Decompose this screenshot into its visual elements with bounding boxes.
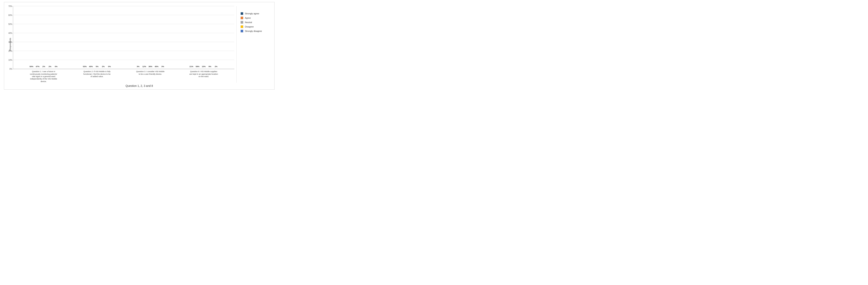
legend-swatch <box>241 30 243 32</box>
bars-container: 50%47%2%2%0%53%40%5%2%0%3%12%36%45%3%21%… <box>13 6 235 69</box>
bar-value-label: 59% <box>195 65 199 67</box>
y-tick-label: 10% <box>6 59 12 61</box>
legend-item: Neutral <box>241 21 268 24</box>
x-labels: Question 1: I see a future in continuous… <box>13 70 235 83</box>
chart-container: Respondents 0%10%20%30%40%50%60%70%50%47… <box>4 2 275 90</box>
legend-label: Strongly disagree <box>245 30 262 32</box>
x-axis-label: Question 8: ViSi Mobile supplies are kep… <box>177 70 230 83</box>
plot-area: 0%10%20%30%40%50%60%70%50%47%2%2%0%53%40… <box>13 6 235 69</box>
bar-value-label: 53% <box>83 65 87 67</box>
bar-value-label: 9% <box>209 65 211 67</box>
bar-value-label: 21% <box>189 65 193 67</box>
bar-value-label: 36% <box>148 65 152 67</box>
chart-title: Question 1, 2, 3 and 8 <box>8 83 270 87</box>
legend-label: Disagree <box>245 26 254 28</box>
chart-with-yaxis: Respondents 0%10%20%30%40%50%60%70%50%47… <box>8 6 235 83</box>
bar-value-label: 0% <box>55 65 58 67</box>
y-tick-label: 50% <box>6 23 12 25</box>
bar-value-label: 3% <box>161 65 164 67</box>
legend-swatch <box>241 12 243 15</box>
y-tick-label: 60% <box>6 14 12 16</box>
legend: Strongly agreeAgreeNeutralDisagreeStrong… <box>239 6 270 83</box>
legend-label: Agree <box>245 17 251 19</box>
x-axis-label: Question 1: I see a future in continuous… <box>17 70 70 83</box>
bar-value-label: 3% <box>137 65 140 67</box>
bar-value-label: 47% <box>36 65 39 67</box>
bar-value-label: 50% <box>29 65 33 67</box>
chart-area: Respondents 0%10%20%30%40%50%60%70%50%47… <box>8 6 270 83</box>
legend-item: Disagree <box>241 25 268 28</box>
legend-label: Strongly agree <box>245 12 259 15</box>
bar-value-label: 40% <box>89 65 93 67</box>
legend-item: Strongly disagree <box>241 30 268 32</box>
y-axis-label: Respondents <box>8 6 12 83</box>
y-tick-label: 70% <box>6 5 12 7</box>
x-axis-label: Question 2: If ViSi Mobile is fully func… <box>70 70 124 83</box>
y-tick-label: 30% <box>6 41 12 43</box>
bar-value-label: 5% <box>96 65 98 67</box>
legend-swatch <box>241 17 243 19</box>
y-tick-label: 0% <box>6 68 12 70</box>
legend-item: Agree <box>241 17 268 19</box>
legend-divider <box>236 6 237 83</box>
bar-value-label: 12% <box>142 65 146 67</box>
y-tick-label: 20% <box>6 50 12 52</box>
bar-value-label: 0% <box>108 65 111 67</box>
legend-item: Strongly agree <box>241 12 268 15</box>
x-axis-label: Question 3: I consider ViSi Mobile to be… <box>124 70 177 83</box>
chart-plot: 0%10%20%30%40%50%60%70%50%47%2%2%0%53%40… <box>13 6 235 83</box>
legend-swatch <box>241 21 243 24</box>
bar-value-label: 10% <box>202 65 206 67</box>
bar-value-label: 2% <box>215 65 217 67</box>
legend-swatch <box>241 25 243 28</box>
bar-value-label: 2% <box>102 65 105 67</box>
y-tick-label: 40% <box>6 32 12 34</box>
bar-value-label: 2% <box>42 65 45 67</box>
legend-label: Neutral <box>245 21 252 24</box>
bar-value-label: 45% <box>155 65 158 67</box>
bar-value-label: 2% <box>49 65 51 67</box>
